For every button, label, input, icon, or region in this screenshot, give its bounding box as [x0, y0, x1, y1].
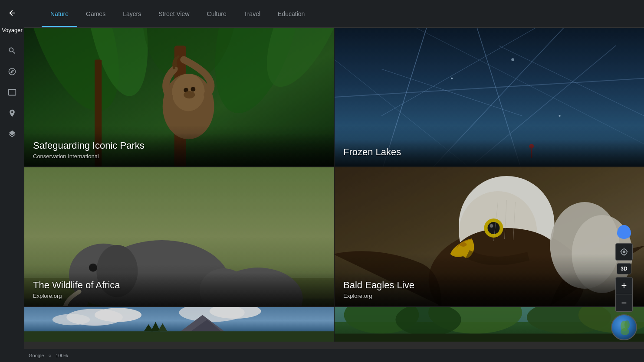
svg-point-87 — [624, 320, 630, 329]
zoom-out-button[interactable]: − — [615, 294, 633, 312]
map-controls: 3D + − — [611, 225, 637, 340]
layers-icon[interactable] — [3, 125, 21, 143]
location-button[interactable] — [615, 243, 633, 261]
card-info: Frozen Lakes — [335, 140, 644, 166]
card-title: Frozen Lakes — [343, 147, 635, 158]
back-button[interactable] — [3, 4, 21, 22]
3d-toggle[interactable]: 3D — [617, 263, 631, 274]
tab-nature[interactable]: Nature — [42, 0, 77, 27]
header: Nature Games Layers Street View Culture … — [24, 0, 644, 28]
sidebar: Voyager — [0, 0, 24, 362]
tab-street-view[interactable]: Street View — [150, 0, 198, 27]
pin-icon[interactable] — [3, 104, 21, 122]
card-title: The Wildlife of Africa — [33, 280, 325, 291]
tab-culture[interactable]: Culture — [198, 0, 235, 27]
card-subtitle: Explore.org — [33, 293, 325, 299]
app-title: Voyager — [2, 27, 23, 33]
frame-icon[interactable] — [3, 84, 21, 101]
pegman-button[interactable] — [617, 225, 631, 239]
card-overlay — [335, 307, 644, 342]
globe-button[interactable] — [611, 314, 637, 340]
card-info: Safeguarding Iconic Parks Conservation I… — [24, 133, 334, 166]
card-info: The Wildlife of Africa Explore.org — [24, 273, 334, 306]
card-bald-eagles[interactable]: Bald Eagles Live Explore.org — [335, 167, 644, 306]
card-trees[interactable] — [335, 307, 644, 342]
zoom-in-button[interactable]: + — [615, 277, 633, 294]
compass-icon[interactable] — [3, 63, 21, 80]
card-wildlife-africa[interactable]: The Wildlife of Africa Explore.org — [24, 167, 334, 306]
main-content: Nature Games Layers Street View Culture … — [24, 0, 644, 362]
card-overlay — [24, 307, 334, 342]
card-mountain[interactable] — [24, 307, 334, 342]
svg-point-88 — [621, 328, 629, 335]
status-bar: Google ○ 100% — [24, 349, 644, 362]
card-title: Safeguarding Iconic Parks — [33, 140, 325, 151]
zoom-level: 100% — [56, 353, 68, 358]
zoom-controls: + − — [615, 277, 633, 312]
card-safeguarding[interactable]: Safeguarding Iconic Parks Conservation I… — [24, 28, 334, 166]
tab-travel[interactable]: Travel — [235, 0, 269, 27]
nav-tabs: Nature Games Layers Street View Culture … — [42, 0, 313, 27]
card-subtitle: Explore.org — [343, 293, 635, 299]
content-area: Safeguarding Iconic Parks Conservation I… — [24, 28, 644, 349]
tab-games[interactable]: Games — [77, 0, 114, 27]
provider-label: Google — [29, 353, 44, 358]
search-icon[interactable] — [3, 42, 21, 59]
card-title: Bald Eagles Live — [343, 280, 635, 291]
cards-grid: Safeguarding Iconic Parks Conservation I… — [24, 28, 644, 342]
tab-education[interactable]: Education — [269, 0, 313, 27]
card-subtitle: Conservation International — [33, 153, 325, 160]
zoom-indicator: ○ — [48, 353, 51, 358]
card-info: Bald Eagles Live Explore.org — [335, 273, 644, 306]
tab-layers[interactable]: Layers — [114, 0, 150, 27]
card-frozen-lakes[interactable]: Frozen Lakes — [335, 28, 644, 166]
